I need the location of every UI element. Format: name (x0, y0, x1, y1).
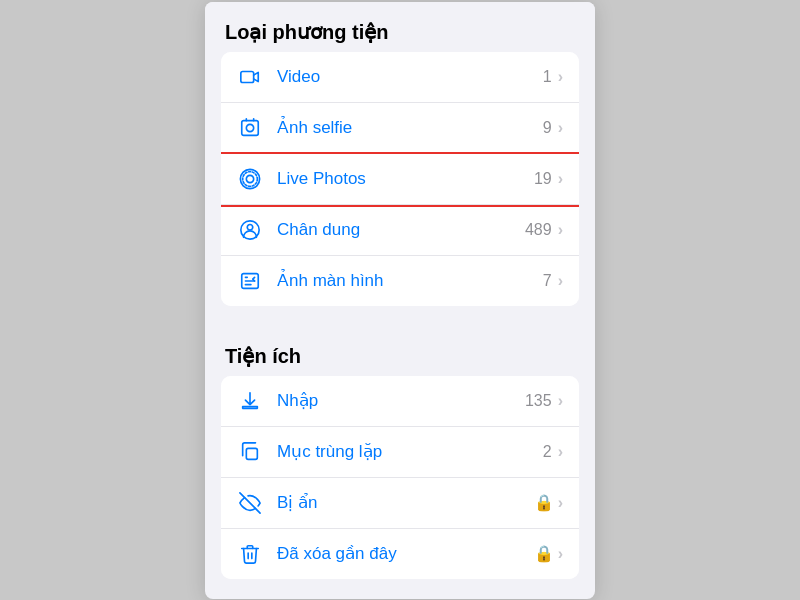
svg-rect-1 (242, 120, 259, 135)
recently-deleted-label: Đã xóa gần đây (277, 543, 534, 564)
list-item-portrait[interactable]: Chân dung 489 › (221, 205, 579, 256)
imports-count: 135 (525, 392, 552, 410)
live-photos-icon (237, 166, 263, 192)
duplicates-label: Mục trùng lặp (277, 441, 543, 462)
portrait-chevron: › (558, 221, 563, 239)
recently-deleted-lock-icon: 🔒 (534, 544, 554, 563)
list-item-video[interactable]: Video 1 › (221, 52, 579, 103)
section-media-types: Loại phương tiện Video 1 › (205, 2, 595, 306)
list-item-imports[interactable]: Nhập 135 › (221, 376, 579, 427)
duplicates-chevron: › (558, 443, 563, 461)
media-types-list: Video 1 › Ảnh selfie 9 › (221, 52, 579, 306)
selfie-icon (237, 115, 263, 141)
imports-icon (237, 388, 263, 414)
list-item-live-photos[interactable]: Live Photos 19 › (221, 154, 579, 205)
list-item-hidden[interactable]: Bị ẩn 🔒 › (221, 478, 579, 529)
content-area: Loại phương tiện Video 1 › (205, 2, 595, 579)
portrait-label: Chân dung (277, 220, 525, 240)
svg-point-4 (243, 171, 258, 186)
svg-point-3 (246, 175, 253, 182)
duplicates-count: 2 (543, 443, 552, 461)
recently-deleted-icon (237, 541, 263, 567)
live-photos-label: Live Photos (277, 169, 534, 189)
svg-point-6 (247, 224, 253, 230)
list-item-screenshot[interactable]: Ảnh màn hình 7 › (221, 256, 579, 306)
hidden-icon (237, 490, 263, 516)
video-icon (237, 64, 263, 90)
section-utilities: Tiện ích Nhập 135 › (205, 326, 595, 579)
live-photos-count: 19 (534, 170, 552, 188)
phone-container: Loại phương tiện Video 1 › (205, 2, 595, 599)
video-count: 1 (543, 68, 552, 86)
screenshot-label: Ảnh màn hình (277, 270, 543, 291)
svg-rect-9 (246, 448, 257, 459)
hidden-label: Bị ẩn (277, 492, 534, 513)
selfie-label: Ảnh selfie (277, 117, 543, 138)
list-item-recently-deleted[interactable]: Đã xóa gần đây 🔒 › (221, 529, 579, 579)
portrait-icon (237, 217, 263, 243)
screenshot-chevron: › (558, 272, 563, 290)
video-chevron: › (558, 68, 563, 86)
selfie-chevron: › (558, 119, 563, 137)
svg-rect-0 (241, 71, 254, 82)
imports-label: Nhập (277, 390, 525, 411)
section-header-media-types: Loại phương tiện (205, 2, 595, 52)
duplicates-icon (237, 439, 263, 465)
live-photos-chevron: › (558, 170, 563, 188)
hidden-lock-icon: 🔒 (534, 493, 554, 512)
screenshot-count: 7 (543, 272, 552, 290)
list-item-duplicates[interactable]: Mục trùng lặp 2 › (221, 427, 579, 478)
list-item-selfie[interactable]: Ảnh selfie 9 › (221, 103, 579, 154)
recently-deleted-chevron: › (558, 545, 563, 563)
section-header-utilities: Tiện ích (205, 326, 595, 376)
screenshot-icon (237, 268, 263, 294)
imports-chevron: › (558, 392, 563, 410)
selfie-count: 9 (543, 119, 552, 137)
svg-point-2 (246, 124, 253, 131)
hidden-chevron: › (558, 494, 563, 512)
video-label: Video (277, 67, 543, 87)
portrait-count: 489 (525, 221, 552, 239)
utilities-list: Nhập 135 › Mục trùng lặp 2 › (221, 376, 579, 579)
